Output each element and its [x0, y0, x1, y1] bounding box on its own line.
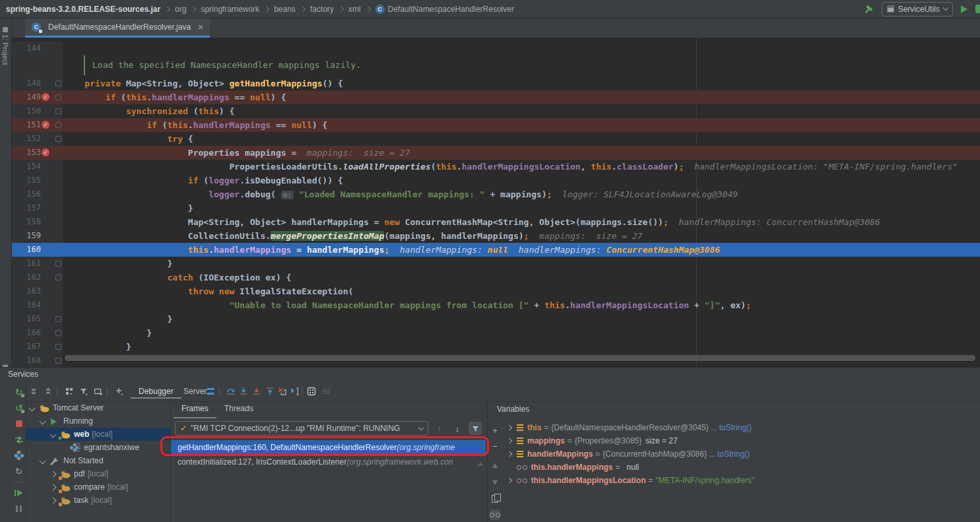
line-number[interactable]: 164	[12, 298, 41, 312]
refresh-icon[interactable]: ↻	[14, 466, 24, 476]
gutter[interactable]: 157	[12, 201, 63, 215]
services-config-icon[interactable]	[14, 450, 24, 461]
chevron-right-icon[interactable]	[507, 438, 512, 443]
rerun-icon[interactable]: ↻	[14, 387, 24, 397]
tree-item-not-started[interactable]: Not Started	[26, 454, 170, 467]
line-number[interactable]: 151	[12, 118, 41, 132]
run-to-cursor-icon[interactable]	[288, 385, 300, 397]
previous-frame-button[interactable]: ↑	[433, 422, 446, 435]
code-line[interactable]: 162 catch (IOException ex) {	[12, 271, 980, 284]
fold-marker[interactable]	[55, 316, 61, 322]
rerun-debug-icon[interactable]: ↻	[14, 403, 24, 413]
update-application-icon[interactable]	[14, 434, 24, 445]
code-line[interactable]: 160 this.handlerMappings = handlerMappin…	[12, 243, 980, 257]
chevron-down-icon[interactable]	[50, 431, 57, 438]
line-number[interactable]: 160	[12, 243, 41, 257]
breadcrumb-item[interactable]: factory	[310, 5, 334, 14]
code-line[interactable]: 144	[12, 42, 980, 55]
breadcrumb-item[interactable]: beans	[274, 5, 296, 14]
gutter[interactable]: 160	[12, 243, 63, 257]
code-line[interactable]: 157 }	[12, 201, 980, 215]
line-number[interactable]: 159	[12, 229, 41, 243]
gutter[interactable]: 166	[12, 326, 63, 340]
code-line[interactable]: 159 CollectionUtils.mergePropertiesIntoM…	[12, 229, 980, 243]
fold-marker[interactable]	[55, 344, 61, 350]
tree-item-web[interactable]: web[local]	[26, 428, 170, 441]
chevron-down-icon[interactable]	[29, 405, 36, 411]
line-number[interactable]: 154	[12, 160, 41, 174]
fold-marker[interactable]	[55, 81, 61, 86]
line-number[interactable]: 150	[12, 104, 41, 118]
add-frame-icon[interactable]	[92, 385, 104, 397]
doc-comment-line[interactable]: Load the specified NamespaceHandler mapp…	[12, 55, 980, 77]
tostring-link[interactable]: toString()	[719, 423, 752, 432]
evaluate-expression-icon[interactable]	[306, 385, 317, 397]
breadcrumb-class[interactable]: DefaultNamespaceHandlerResolver	[388, 5, 514, 14]
line-number[interactable]: 153	[12, 146, 41, 160]
move-watch-up-icon[interactable]: ▲	[490, 459, 500, 470]
resume-icon[interactable]	[14, 488, 24, 498]
line-number[interactable]: 162	[12, 271, 41, 284]
chevron-down-icon[interactable]	[40, 418, 46, 424]
show-execution-point-icon[interactable]	[205, 385, 216, 397]
code-line[interactable]: 156 logger.debug( o: "Loaded NamespaceHa…	[12, 187, 980, 201]
gutter[interactable]	[12, 55, 63, 77]
variable-row[interactable]: mappings={Properties@3085}size = 27	[505, 434, 980, 447]
tree-item-egrantshanxiwe[interactable]: egrantshanxiwe	[26, 441, 170, 454]
fold-marker[interactable]	[55, 330, 61, 336]
chevron-right-icon[interactable]	[507, 451, 512, 457]
code-line[interactable]: 150 synchronized (this) {	[12, 104, 980, 118]
breakpoint-icon[interactable]: ✓	[42, 148, 49, 156]
line-number[interactable]: 157	[12, 201, 41, 215]
line-number[interactable]: 148	[12, 77, 41, 90]
breakpoint-icon[interactable]: ✓	[42, 121, 49, 129]
close-icon[interactable]: ✕	[197, 23, 203, 32]
breadcrumb-item[interactable]: org	[175, 5, 186, 14]
line-number[interactable]: 168	[12, 354, 41, 367]
tree-item-running[interactable]: Running	[26, 414, 170, 428]
tab-debugger[interactable]: Debugger	[131, 385, 181, 399]
stop-icon[interactable]	[14, 418, 24, 429]
code-line[interactable]: 167 }	[12, 340, 980, 354]
gutter[interactable]: 162	[12, 271, 63, 284]
fold-marker[interactable]	[55, 261, 61, 267]
gutter[interactable]: 156	[12, 187, 63, 201]
code-line[interactable]: 161 }	[12, 257, 980, 271]
layout-settings-icon[interactable]	[320, 385, 332, 397]
step-over-icon[interactable]	[224, 385, 236, 397]
fold-marker[interactable]	[55, 136, 61, 142]
gutter[interactable]: 168	[12, 354, 63, 367]
add-service-icon[interactable]	[114, 385, 125, 397]
gutter[interactable]: 159	[12, 229, 63, 243]
gutter[interactable]: 148	[12, 77, 63, 90]
gutter[interactable]: 163	[12, 284, 63, 298]
code-line[interactable]: 153✓ Properties mappings = mappings: siz…	[12, 146, 980, 160]
fold-marker[interactable]	[55, 122, 61, 128]
code-line[interactable]: 158 Map<String, Object> handlerMappings …	[12, 215, 980, 229]
breadcrumb-item[interactable]: springframework	[201, 5, 259, 14]
breadcrumb-jar[interactable]: spring-beans-3.2.0.RELEASE-sources.jar	[6, 5, 160, 14]
scroll-up-icon[interactable]	[477, 462, 484, 466]
line-number[interactable]: 166	[12, 326, 41, 340]
code-line[interactable]: 155 if (logger.isDebugEnabled()) {	[12, 174, 980, 187]
line-number[interactable]: 149	[12, 90, 41, 104]
gutter[interactable]: 164	[12, 298, 63, 312]
tostring-link[interactable]: toString()	[717, 449, 750, 459]
code-line[interactable]: 165 }	[12, 312, 980, 326]
fold-marker[interactable]	[55, 94, 61, 100]
chevron-right-icon[interactable]	[50, 471, 57, 477]
chevron-right-icon[interactable]	[50, 497, 57, 504]
code-line[interactable]: 149✓ if (this.handlerMappings == null) {	[12, 90, 980, 104]
tree-item-pdf[interactable]: pdf[local]	[26, 467, 170, 480]
gutter[interactable]: 161	[12, 257, 63, 271]
watch-row[interactable]: this.handlerMappingsLocation="META-INF/s…	[505, 474, 980, 487]
remove-watch-icon[interactable]: −	[490, 441, 500, 451]
breadcrumb-item[interactable]: xml	[348, 5, 361, 14]
tab-frames[interactable]: Frames	[174, 401, 216, 418]
code-line[interactable]: 152 try {	[12, 132, 980, 146]
chevron-right-icon[interactable]	[507, 425, 512, 430]
editor-tab[interactable]: C DefaultNamespaceHandlerResolver.java ✕	[25, 18, 210, 38]
horizontal-scrollbar[interactable]	[65, 355, 975, 361]
tree-item-compare[interactable]: compare[local]	[26, 480, 170, 494]
line-number[interactable]: 158	[12, 215, 41, 229]
